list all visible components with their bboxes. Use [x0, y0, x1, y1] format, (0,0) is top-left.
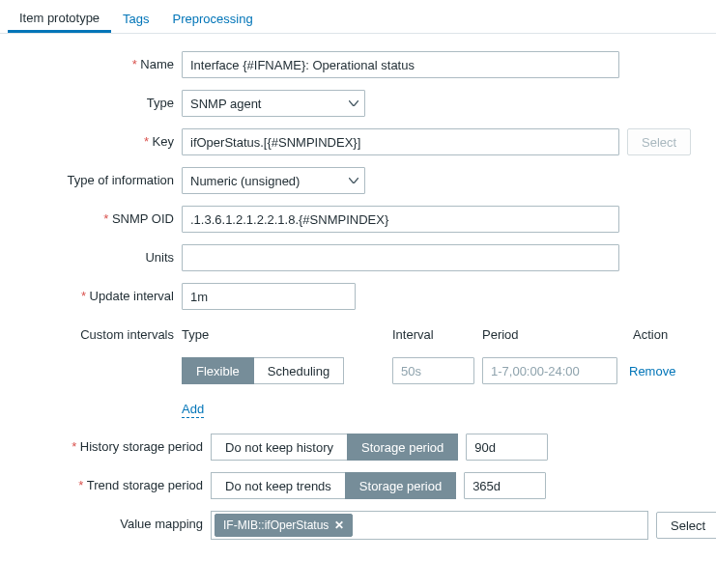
trend-do-not-keep-button[interactable]: Do not keep trends	[211, 472, 346, 499]
item-prototype-form: Name Type Key Select Type of information	[0, 34, 716, 559]
ci-remove-link[interactable]: Remove	[629, 364, 675, 378]
type-select-value[interactable]	[182, 90, 365, 117]
label-units: Units	[8, 244, 182, 265]
value-mapping-field[interactable]: IF-MIB::ifOperStatus ✕	[211, 511, 648, 540]
label-value-mapping: Value mapping	[8, 511, 211, 531]
key-input[interactable]	[182, 128, 619, 155]
label-snmp-oid: SNMP OID	[8, 206, 182, 226]
custom-interval-row: Flexible Scheduling Remove	[182, 357, 708, 394]
type-of-information-select[interactable]	[182, 167, 365, 194]
units-input[interactable]	[182, 244, 619, 271]
history-storage-period-button[interactable]: Storage period	[347, 434, 458, 461]
name-input[interactable]	[182, 51, 619, 78]
tab-item-prototype[interactable]: Item prototype	[8, 11, 111, 33]
label-history-storage-period: History storage period	[8, 434, 211, 454]
ci-head-interval: Interval	[392, 327, 474, 342]
ci-scheduling-button[interactable]: Scheduling	[253, 357, 344, 384]
label-type: Type	[8, 90, 182, 110]
history-segment: Do not keep history Storage period	[211, 434, 458, 461]
ci-head-period: Period	[482, 327, 625, 342]
value-mapping-tag-label: IF-MIB::ifOperStatus	[223, 518, 329, 532]
value-mapping-tag: IF-MIB::ifOperStatus ✕	[215, 514, 353, 537]
custom-intervals-header: Type Interval Period Action	[182, 322, 708, 350]
label-trend-storage-period: Trend storage period	[8, 472, 211, 492]
ci-type-segment: Flexible Scheduling	[182, 357, 385, 384]
history-period-input[interactable]	[466, 434, 548, 461]
ci-head-type: Type	[182, 327, 385, 342]
label-type-of-information: Type of information	[8, 167, 182, 187]
snmp-oid-input[interactable]	[182, 206, 619, 233]
close-icon[interactable]: ✕	[334, 518, 344, 532]
trend-period-input[interactable]	[464, 472, 546, 499]
update-interval-input[interactable]	[182, 283, 356, 310]
type-of-information-value[interactable]	[182, 167, 365, 194]
type-select[interactable]	[182, 90, 365, 117]
tab-bar: Item prototype Tags Preprocessing	[0, 4, 716, 34]
key-select-button: Select	[627, 128, 691, 155]
label-custom-intervals: Custom intervals	[8, 322, 182, 342]
label-name: Name	[8, 51, 182, 71]
tab-preprocessing[interactable]: Preprocessing	[161, 12, 265, 33]
trend-segment: Do not keep trends Storage period	[211, 472, 456, 499]
ci-add-link[interactable]: Add	[182, 402, 204, 418]
ci-head-action: Action	[633, 327, 696, 342]
trend-storage-period-button[interactable]: Storage period	[345, 472, 456, 499]
ci-period-input[interactable]	[482, 357, 617, 384]
ci-interval-input[interactable]	[392, 357, 474, 384]
label-key: Key	[8, 128, 182, 149]
label-update-interval: Update interval	[8, 283, 182, 303]
value-mapping-select-button[interactable]: Select	[656, 512, 716, 539]
history-do-not-keep-button[interactable]: Do not keep history	[211, 434, 348, 461]
tab-tags[interactable]: Tags	[111, 12, 160, 33]
ci-flexible-button[interactable]: Flexible	[182, 357, 254, 384]
